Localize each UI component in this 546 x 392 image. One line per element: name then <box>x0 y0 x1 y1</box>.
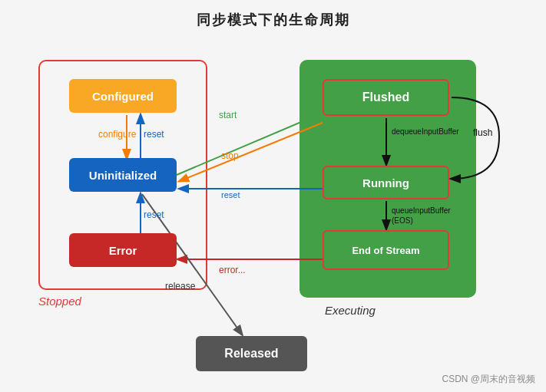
page-title: 同步模式下的生命周期 <box>0 0 546 37</box>
page-background: 同步模式下的生命周期 Stopped Executing <box>0 0 546 392</box>
released-node: Released <box>196 336 307 371</box>
stopped-label: Stopped <box>38 295 81 308</box>
executing-label: Executing <box>325 304 376 317</box>
diagram-area: Stopped Executing <box>23 37 522 367</box>
flush-label: flush <box>473 127 492 138</box>
eos-node: End of Stream <box>323 230 449 270</box>
error-node: Error <box>69 233 177 267</box>
error-label: error... <box>219 265 246 275</box>
uninitialized-node: Uninitialized <box>69 158 177 192</box>
configure-label: configure <box>98 129 136 140</box>
configured-node: Configured <box>69 79 177 113</box>
start-label: start <box>219 110 237 120</box>
reset1-label: reset <box>144 129 164 140</box>
running-node: Running <box>323 166 449 199</box>
release-label: release <box>165 281 195 292</box>
reset2-label: reset <box>144 209 164 220</box>
stop-label: stop <box>221 150 239 161</box>
reset3-label: reset <box>221 190 240 199</box>
dequeue-label: dequeueInputBuffer <box>392 127 459 136</box>
watermark: CSDN @周末的音视频 <box>442 373 535 386</box>
queue-label: queueInputBuffer (EOS) <box>392 206 451 226</box>
flushed-node: Flushed <box>323 79 449 116</box>
